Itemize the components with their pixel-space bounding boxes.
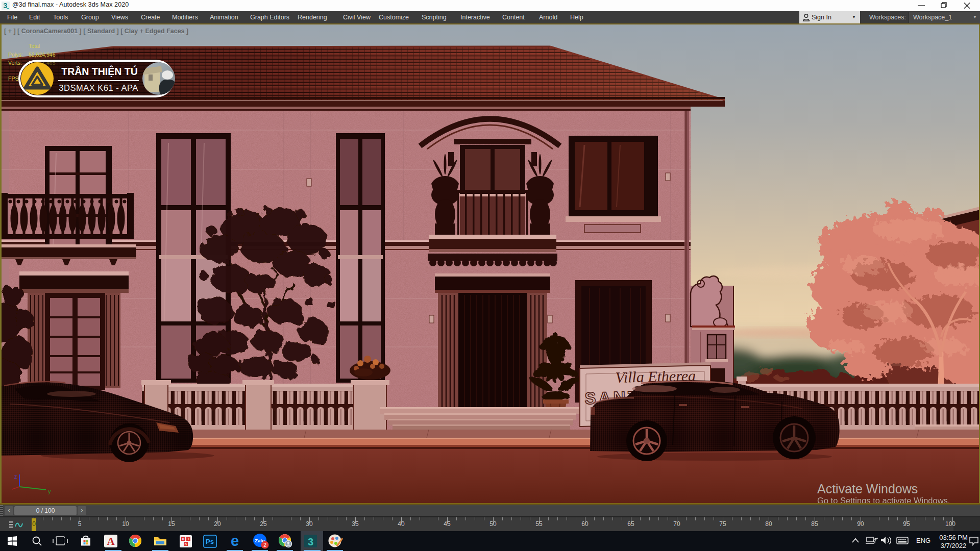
svg-text:u: u [182, 537, 184, 541]
svg-text:3: 3 [308, 536, 313, 547]
svg-text:z: z [14, 473, 17, 480]
svg-text:y: y [48, 488, 51, 494]
svg-text:e: e [231, 533, 239, 549]
svg-text:3: 3 [4, 2, 8, 10]
svg-text:i: i [188, 537, 189, 541]
svg-text:ENG: ENG [916, 537, 930, 544]
svg-text:03:56 PM: 03:56 PM [939, 534, 968, 541]
svg-text:Ps: Ps [206, 538, 214, 545]
svg-text:3/7/2022: 3/7/2022 [941, 542, 967, 549]
svg-text:n: n [185, 542, 187, 546]
svg-text:A: A [107, 535, 115, 547]
svg-text:2: 2 [263, 542, 266, 548]
